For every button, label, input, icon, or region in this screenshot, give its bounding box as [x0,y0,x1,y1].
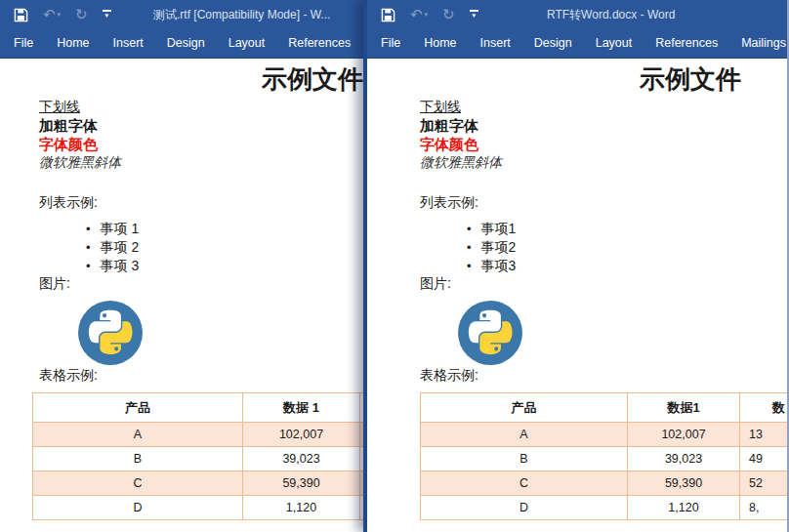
table-cell[interactable]: 39,023 [628,447,740,471]
list-item[interactable]: •事项3 [467,258,516,275]
table-cell[interactable]: 49 [740,447,789,471]
tab-layout[interactable]: Layout [217,29,277,58]
table-section-label[interactable]: 表格示例: [39,367,98,385]
tab-references[interactable]: References [644,29,729,58]
ribbon-tab-bar: File Home Insert Design Layout Reference… [367,29,787,59]
table-row: D 1,120 8, [421,496,789,520]
save-icon[interactable] [381,8,395,22]
table-cell[interactable]: C [33,471,243,496]
table-header-cell[interactable]: 数 [740,393,789,423]
underlined-text[interactable]: 下划线 [39,99,80,116]
table-row: C 59,390 [33,471,369,496]
undo-icon[interactable]: ↶▾ [43,8,61,22]
colored-text[interactable]: 字体颜色 [420,136,478,154]
save-icon[interactable] [14,8,28,22]
table-cell[interactable]: 13 [740,423,789,447]
bold-text[interactable]: 加粗字体 [420,117,478,136]
tab-insert[interactable]: Insert [469,29,522,58]
list-item[interactable]: •事项 2 [86,239,139,257]
tab-file[interactable]: File [2,29,45,58]
italic-text[interactable]: 微软雅黑斜体 [420,154,502,172]
customize-qat-icon[interactable]: ▾ [103,10,111,20]
table-cell[interactable]: A [421,423,628,447]
list-section-label[interactable]: 列表示例: [39,194,98,212]
customize-qat-icon[interactable]: ▾ [470,10,478,20]
tab-home[interactable]: Home [412,29,468,58]
data-table[interactable]: 产品 数据1 数 A 102,007 13 B 39,023 49 C 59,3… [420,392,789,520]
redo-icon[interactable]: ↻ [442,8,455,22]
colored-text[interactable]: 字体颜色 [39,136,98,154]
word-window-rtf: ↶▾ ↻ ▾ 测试.rtf [Compatibility Mode] - W..… [0,0,368,532]
table-cell[interactable]: 52 [740,471,789,496]
quick-access-toolbar: ↶▾ ↻ ▾ [14,0,111,29]
table-cell[interactable]: C [421,471,628,496]
titlebar: ↶▾ ↻ ▾ 测试.rtf [Compatibility Mode] - W..… [0,0,368,29]
table-header-row: 产品 数据1 数 [421,393,789,423]
tab-home[interactable]: Home [45,29,101,58]
tab-design[interactable]: Design [155,29,217,58]
undo-dropdown-caret-icon[interactable]: ▾ [425,12,429,19]
table-cell[interactable]: 39,023 [243,447,360,471]
table-header-cell[interactable]: 数据 1 [243,393,360,423]
table-cell[interactable]: B [421,447,628,471]
python-logo-image[interactable] [458,301,522,365]
image-section-label[interactable]: 图片: [420,275,451,293]
bold-text[interactable]: 加粗字体 [39,117,98,136]
table-header-cell[interactable]: 产品 [421,393,628,423]
list-item[interactable]: •事项1 [467,221,516,238]
table-section-label[interactable]: 表格示例: [420,367,478,385]
list-item[interactable]: •事项 1 [86,221,139,238]
tab-references[interactable]: References [276,29,362,58]
doc-heading[interactable]: 示例文件 [262,62,363,97]
table-row: A 102,007 13 [421,423,789,447]
table-cell[interactable]: A [33,423,243,447]
table-cell[interactable]: D [421,496,628,520]
quick-access-toolbar: ↶▾ ↻ ▾ [381,0,478,29]
titlebar: ↶▾ ↻ ▾ RTF转Word.docx - Word [367,0,787,29]
list-section-label[interactable]: 列表示例: [420,194,478,212]
image-section-label[interactable]: 图片: [39,275,70,293]
italic-text[interactable]: 微软雅黑斜体 [39,154,121,172]
table-row: B 39,023 [33,447,369,471]
table-row: A 102,007 [33,423,369,447]
table-cell[interactable]: 102,007 [628,423,740,447]
window-title: 测试.rtf [Compatibility Mode] - W... [153,0,330,29]
tab-layout[interactable]: Layout [584,29,644,58]
table-row: C 59,390 52 [421,471,789,496]
table-cell[interactable]: 8, [740,496,789,520]
table-cell[interactable]: D [33,496,243,520]
python-logo-image[interactable] [78,301,143,365]
tab-insert[interactable]: Insert [102,29,155,58]
undo-icon[interactable]: ↶▾ [410,8,428,22]
table-cell[interactable]: 59,390 [628,471,740,496]
table-row: D 1,120 [33,496,369,520]
table-cell[interactable]: 59,390 [243,471,360,496]
table-header-cell[interactable]: 数据1 [628,393,740,423]
underlined-text[interactable]: 下划线 [420,99,461,116]
bullet-icon: • [467,240,472,255]
table-cell[interactable]: 1,120 [628,496,740,520]
table-cell[interactable]: B [33,447,243,471]
table-header-row: 产品 数据 1 [33,393,369,423]
bullet-icon: • [86,259,91,273]
list-item[interactable]: •事项 3 [86,258,139,275]
list-item[interactable]: •事项2 [467,239,516,257]
table-cell[interactable]: 102,007 [243,423,360,447]
document-canvas[interactable]: 示例文件 下划线 加粗字体 字体颜色 微软雅黑斜体 列表示例: •事项 1 •事… [0,59,368,532]
document-canvas[interactable]: 示例文件 下划线 加粗字体 字体颜色 微软雅黑斜体 列表示例: •事项1 •事项… [367,59,787,532]
tab-file[interactable]: File [369,29,412,58]
doc-heading[interactable]: 示例文件 [640,62,741,97]
bullet-icon: • [86,240,91,255]
screen: ↶▾ ↻ ▾ 测试.rtf [Compatibility Mode] - W..… [0,0,789,532]
word-window-docx: ↶▾ ↻ ▾ RTF转Word.docx - Word File Home In… [363,0,789,532]
undo-dropdown-caret-icon[interactable]: ▾ [58,12,62,19]
ribbon-tab-bar: File Home Insert Design Layout Reference… [0,29,368,59]
table-header-cell[interactable]: 产品 [33,393,243,423]
bullet-icon: • [86,222,91,236]
tab-mailings[interactable]: Mailings [729,29,787,58]
redo-icon[interactable]: ↻ [75,8,88,22]
data-table[interactable]: 产品 数据 1 A 102,007 B 39,023 C 59,390 [32,392,368,520]
tab-design[interactable]: Design [522,29,584,58]
table-row: B 39,023 49 [421,447,789,471]
table-cell[interactable]: 1,120 [243,496,360,520]
